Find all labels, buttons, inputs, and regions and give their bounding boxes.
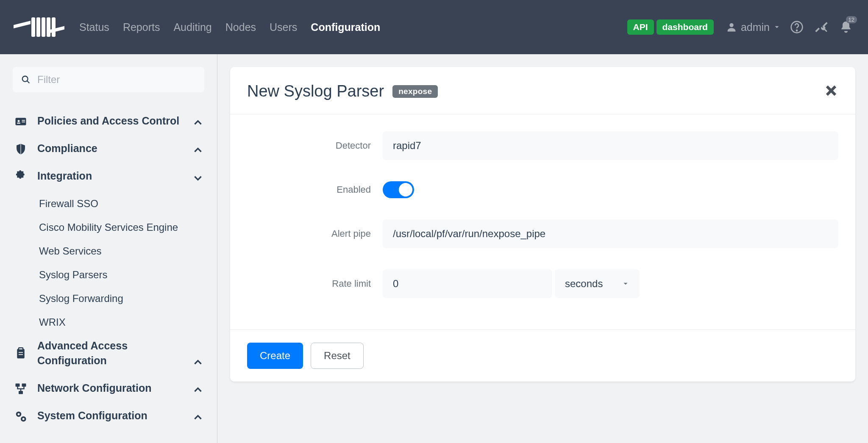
filter-input[interactable]: [37, 74, 196, 86]
svg-point-25: [18, 413, 20, 415]
svg-rect-2: [36, 17, 40, 37]
sidebar-item-label: Policies and Access Control: [37, 114, 183, 128]
app-logo[interactable]: [14, 12, 64, 42]
svg-line-11: [27, 81, 30, 83]
svg-point-9: [796, 30, 797, 31]
sidebar-sub-syslog-parsers[interactable]: Syslog Parsers: [39, 263, 204, 287]
chevron-up-icon: [192, 117, 203, 128]
svg-rect-3: [42, 17, 45, 37]
sidebar-item-system-config[interactable]: System Configuration: [13, 404, 204, 432]
search-icon: [21, 75, 31, 84]
caret-down-icon: [622, 280, 629, 288]
sidebar-item-label: Advanced Access Configuration: [37, 338, 183, 368]
id-card-icon: [14, 114, 28, 128]
svg-rect-23: [19, 391, 23, 394]
svg-point-27: [22, 418, 25, 420]
ratelimit-label: Rate limit: [247, 278, 383, 289]
gears-icon: [14, 409, 28, 423]
network-icon: [14, 381, 28, 396]
sidebar-sub-firewall-sso[interactable]: Firewall SSO: [39, 192, 204, 216]
svg-rect-21: [16, 383, 20, 387]
badge-api[interactable]: API: [627, 19, 654, 35]
form-card: New Syslog Parser nexpose Detector Enabl…: [230, 67, 855, 382]
sidebar-item-label: System Configuration: [37, 408, 183, 423]
svg-rect-4: [47, 17, 50, 37]
page-title: New Syslog Parser: [247, 82, 384, 100]
help-icon: [790, 20, 804, 34]
chevron-up-icon: [192, 145, 203, 156]
svg-rect-22: [22, 383, 26, 387]
alertpipe-input[interactable]: [383, 219, 838, 248]
nav-reports[interactable]: Reports: [123, 21, 160, 33]
sidebar-sub-wrix[interactable]: WRIX: [39, 310, 204, 334]
svg-marker-6: [48, 26, 64, 33]
svg-point-10: [22, 76, 28, 82]
card-header: New Syslog Parser nexpose: [230, 67, 855, 114]
close-button[interactable]: [824, 83, 838, 100]
sidebar-sub-web-services[interactable]: Web Services: [39, 239, 204, 263]
enabled-toggle[interactable]: [383, 181, 414, 198]
svg-rect-20: [19, 354, 23, 355]
chevron-up-icon: [192, 412, 203, 423]
alertpipe-label: Alert pipe: [247, 228, 383, 239]
notifications-button[interactable]: 12: [837, 19, 854, 36]
svg-point-13: [18, 120, 20, 122]
toggle-knob: [399, 183, 412, 197]
parser-type-pill: nexpose: [392, 85, 438, 98]
chevron-down-icon: [192, 172, 203, 183]
chevron-up-icon: [192, 357, 203, 368]
sidebar-item-compliance[interactable]: Compliance: [13, 137, 204, 164]
svg-rect-16: [22, 122, 25, 122]
sidebar-item-advanced-access[interactable]: Advanced Access Configuration: [13, 334, 204, 377]
tools-icon: [815, 20, 828, 34]
svg-rect-19: [19, 352, 23, 353]
ratelimit-unit-select[interactable]: seconds: [555, 269, 640, 298]
nav-configuration[interactable]: Configuration: [311, 21, 380, 33]
svg-rect-14: [17, 122, 20, 124]
sidebar-sub-syslog-forwarding[interactable]: Syslog Forwarding: [39, 287, 204, 310]
user-menu[interactable]: admin: [726, 21, 781, 33]
nav-nodes[interactable]: Nodes: [225, 21, 256, 33]
nav-links: Status Reports Auditing Nodes Users Conf…: [79, 21, 380, 33]
sidebar-item-integration[interactable]: Integration: [13, 164, 204, 192]
badge-dashboard[interactable]: dashboard: [657, 19, 714, 35]
nav-status[interactable]: Status: [79, 21, 109, 33]
detector-input[interactable]: [383, 131, 838, 160]
sidebar: Policies and Access Control Compliance I…: [0, 54, 217, 443]
shield-icon: [14, 141, 28, 156]
user-name: admin: [741, 21, 770, 33]
reset-button[interactable]: Reset: [311, 343, 364, 369]
clipboard-icon: [14, 346, 28, 360]
svg-rect-5: [52, 17, 56, 37]
sidebar-item-network-config[interactable]: Network Configuration: [13, 377, 204, 404]
nav-users[interactable]: Users: [270, 21, 297, 33]
sidebar-item-label: Compliance: [37, 141, 183, 156]
nav-right: API dashboard admin 12: [627, 19, 854, 36]
detector-label: Detector: [247, 140, 383, 151]
svg-rect-1: [31, 17, 35, 37]
sidebar-item-label: Network Configuration: [37, 381, 183, 396]
sidebar-item-policies[interactable]: Policies and Access Control: [13, 109, 204, 137]
svg-rect-18: [19, 348, 23, 350]
close-icon: [824, 83, 838, 98]
ratelimit-input[interactable]: [383, 269, 552, 298]
sidebar-filter[interactable]: [13, 67, 204, 92]
caret-down-icon: [773, 23, 781, 31]
nav-auditing[interactable]: Auditing: [173, 21, 211, 33]
ratelimit-unit-value: seconds: [565, 278, 603, 290]
sidebar-sub-cisco-mse[interactable]: Cisco Mobility Services Engine: [39, 216, 204, 239]
svg-rect-15: [22, 120, 25, 121]
svg-point-7: [729, 23, 733, 27]
notification-count: 12: [846, 16, 857, 23]
user-icon: [726, 21, 737, 33]
svg-marker-0: [14, 21, 31, 28]
help-button[interactable]: [788, 19, 805, 36]
create-button[interactable]: Create: [247, 343, 303, 369]
chevron-up-icon: [192, 385, 203, 396]
navbar: Status Reports Auditing Nodes Users Conf…: [0, 0, 868, 54]
main: New Syslog Parser nexpose Detector Enabl…: [217, 54, 868, 443]
tools-button[interactable]: [813, 19, 830, 36]
sidebar-item-label: Integration: [37, 169, 183, 183]
enabled-label: Enabled: [247, 184, 383, 195]
puzzle-icon: [14, 169, 28, 183]
